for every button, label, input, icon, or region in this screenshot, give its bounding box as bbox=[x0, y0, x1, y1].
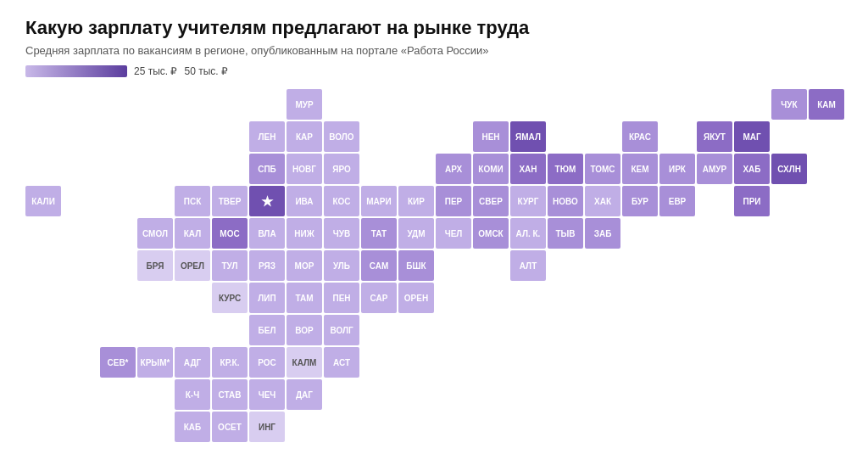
map-cell-омск: ОМСК bbox=[473, 218, 509, 249]
map-cell-осет: ОСЕТ bbox=[212, 412, 248, 442]
map-spacer bbox=[25, 154, 61, 184]
map-cell-empty bbox=[398, 154, 434, 184]
map-spacer bbox=[100, 154, 136, 184]
map-cell-чеч: ЧЕЧ bbox=[249, 379, 285, 410]
map-cell-уль: УЛЬ bbox=[324, 250, 359, 281]
map-cell-empty bbox=[585, 121, 620, 152]
map-cell-empty bbox=[697, 89, 732, 120]
map-spacer bbox=[137, 121, 173, 152]
map-spacer bbox=[100, 412, 136, 442]
map-cell-адг: АДГ bbox=[175, 347, 210, 378]
map-cell-яро: ЯРО bbox=[324, 154, 359, 184]
map-cell-евр: ЕВР bbox=[659, 186, 695, 216]
map-spacer bbox=[25, 89, 61, 120]
map-spacer bbox=[63, 154, 98, 184]
map-cell-крас: КРАС bbox=[622, 121, 658, 152]
map-cell-пер: ПЕР bbox=[436, 186, 471, 216]
map-spacer bbox=[175, 283, 210, 313]
map-cell-empty bbox=[63, 186, 98, 216]
map-spacer bbox=[100, 283, 136, 313]
map-cell-калм: КАЛМ bbox=[287, 347, 322, 378]
map-cell-коми: КОМИ bbox=[473, 154, 509, 184]
map-cell-спб: СПБ bbox=[249, 154, 285, 184]
map-row: БЕЛВОРВОЛГ bbox=[25, 315, 839, 345]
map-cell-бел: БЕЛ bbox=[249, 315, 285, 345]
map-cell-хак: ХАК bbox=[585, 186, 620, 216]
map-cell-каб: КАБ bbox=[175, 412, 210, 442]
map-cell-empty bbox=[697, 186, 732, 216]
map-spacer bbox=[212, 89, 248, 120]
map-cell-ряз: РЯЗ bbox=[249, 250, 285, 281]
map-cell-твер: ТВЕР bbox=[212, 186, 248, 216]
map-cell-ива: ИВА bbox=[287, 186, 322, 216]
legend-label-low: 25 тыс. ₽ bbox=[134, 65, 177, 77]
map-spacer bbox=[137, 89, 173, 120]
map-cell-ямал: ЯМАЛ bbox=[510, 121, 546, 152]
map-cell-аст: АСТ bbox=[324, 347, 359, 378]
map-cell-empty bbox=[436, 121, 471, 152]
map-cell-вор: ВОР bbox=[287, 315, 322, 345]
map-cell-empty bbox=[436, 89, 471, 120]
map-cell-сев: СЕВ* bbox=[100, 347, 136, 378]
map-cell-кал: КАЛ bbox=[175, 218, 210, 249]
map-cell-орел: ОРЕЛ bbox=[175, 250, 210, 281]
map-cell-хан: ХАН bbox=[510, 154, 546, 184]
map-spacer bbox=[25, 412, 61, 442]
map-cell-мос: МОС bbox=[212, 218, 248, 249]
map-spacer bbox=[63, 218, 98, 249]
map-cell-при: ПРИ bbox=[734, 186, 770, 216]
map-cell-мор: МОР bbox=[287, 250, 322, 281]
map-spacer bbox=[25, 315, 61, 345]
map-cell-курс: КУРС bbox=[212, 283, 248, 313]
map-cell-empty bbox=[473, 89, 509, 120]
map-cell-чел: ЧЕЛ bbox=[436, 218, 471, 249]
map-spacer bbox=[63, 283, 98, 313]
subtitle: Средняя зарплата по вакансиям в регионе,… bbox=[25, 44, 843, 57]
map-spacer bbox=[100, 315, 136, 345]
map-cell-алт: АЛТ bbox=[510, 250, 546, 281]
map-cell-вла: ВЛА bbox=[249, 218, 285, 249]
map-spacer bbox=[25, 250, 61, 281]
map-cell-ново: НОВО bbox=[548, 186, 583, 216]
map-row: К-ЧСТАВЧЕЧДАГ bbox=[25, 379, 839, 410]
map-spacer bbox=[25, 121, 61, 152]
map-cell-нен: НЕН bbox=[473, 121, 509, 152]
map-cell-empty bbox=[436, 250, 471, 281]
map-container: МУРЧУККАМЛЕНКАРВОЛОНЕНЯМАЛКРАСЯКУТМАГСПБ… bbox=[25, 89, 839, 442]
map-cell-алк: АЛ. К. bbox=[510, 218, 546, 249]
map-row: СМОЛКАЛМОСВЛАНИЖЧУВТАТУДМЧЕЛОМСКАЛ. К.ТЫ… bbox=[25, 218, 839, 249]
map-cell-кос: КОС bbox=[324, 186, 359, 216]
map-cell-якут: ЯКУТ bbox=[697, 121, 732, 152]
map-row: КАБОСЕТИНГ bbox=[25, 412, 839, 442]
map-spacer bbox=[137, 379, 173, 410]
map-cell-empty bbox=[100, 186, 136, 216]
map-cell-кург: КУРГ bbox=[510, 186, 546, 216]
map-cell-ирк: ИРК bbox=[659, 154, 695, 184]
map-spacer bbox=[100, 121, 136, 152]
map-spacer bbox=[137, 412, 173, 442]
map-cell-empty bbox=[398, 121, 434, 152]
map-cell-кч: К-Ч bbox=[175, 379, 210, 410]
map-cell-ниж: НИЖ bbox=[287, 218, 322, 249]
map-cell-крк: КР.К. bbox=[212, 347, 248, 378]
map-cell-empty bbox=[137, 186, 173, 216]
map-row: СПБНОВГЯРОАРХКОМИХАНТЮМТОМСКЕМИРКАМУРХАБ… bbox=[25, 154, 839, 184]
map-spacer bbox=[63, 250, 98, 281]
map-cell-лип: ЛИП bbox=[249, 283, 285, 313]
map-cell-бря: БРЯ bbox=[137, 250, 173, 281]
map-cell-крым: КРЫМ* bbox=[137, 347, 173, 378]
map-cell-бур: БУР bbox=[622, 186, 658, 216]
map-cell-тул: ТУЛ bbox=[212, 250, 248, 281]
map-cell-заб: ЗАБ bbox=[585, 218, 620, 249]
map-row: МУРЧУККАМ bbox=[25, 89, 839, 120]
map-spacer bbox=[137, 154, 173, 184]
map-spacer bbox=[100, 218, 136, 249]
map-cell-даг: ДАГ bbox=[287, 379, 322, 410]
map-cell-кали: КАЛИ bbox=[25, 186, 61, 216]
map-spacer bbox=[212, 121, 248, 152]
map-cell-свер: СВЕР bbox=[473, 186, 509, 216]
map-cell-орен: ОРЕН bbox=[398, 283, 434, 313]
map-spacer bbox=[25, 347, 61, 378]
legend: 25 тыс. ₽ 50 тыс. ₽ bbox=[25, 65, 843, 77]
map-cell-empty bbox=[659, 121, 695, 152]
